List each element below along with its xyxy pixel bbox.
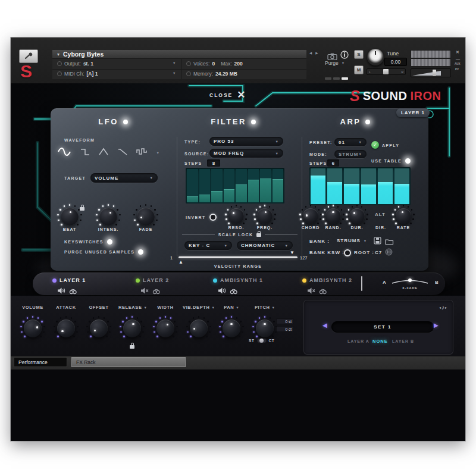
release-lock-icon[interactable] bbox=[130, 345, 134, 349]
pitch-knob-label[interactable]: PITCH▼ bbox=[248, 305, 281, 310]
scale-lock-icon[interactable] bbox=[256, 233, 261, 237]
rack-close-icon[interactable]: ✕ bbox=[456, 50, 459, 54]
bottom-pan-knob[interactable] bbox=[223, 320, 240, 337]
midi-note-drag-icon[interactable]: ◂♪▸ bbox=[439, 304, 447, 311]
preset-dropdown[interactable]: 01▼ bbox=[334, 138, 367, 146]
invert-toggle[interactable]: INVERT bbox=[186, 214, 217, 221]
mute-button[interactable]: M bbox=[354, 65, 364, 74]
tab-layer-1[interactable]: LAYER 1 bbox=[60, 277, 86, 283]
graph-step[interactable] bbox=[236, 169, 247, 202]
ambisynth1-speaker-icon[interactable] bbox=[218, 286, 226, 296]
attack-knob[interactable] bbox=[57, 320, 75, 337]
tab-ambisynth-2[interactable]: AMBISYNTH 2 bbox=[309, 277, 352, 283]
volume-slider[interactable] bbox=[411, 68, 451, 77]
target-dropdown[interactable]: VOLUME▼ bbox=[90, 173, 158, 183]
st-ct-switch[interactable]: ST CT bbox=[249, 338, 274, 343]
rate-knob[interactable] bbox=[396, 208, 411, 224]
set-display[interactable]: SET 1 bbox=[331, 321, 434, 333]
graph-step[interactable] bbox=[187, 169, 198, 202]
graph-step[interactable] bbox=[224, 169, 235, 202]
beat-knob[interactable] bbox=[61, 208, 79, 226]
solo-button[interactable]: S bbox=[354, 50, 364, 59]
pv-button[interactable]: PV bbox=[455, 68, 459, 71]
aux-button[interactable]: AUX bbox=[455, 63, 461, 66]
vibdepth-knob[interactable] bbox=[190, 320, 208, 337]
bottom-volume-knob[interactable] bbox=[24, 320, 42, 337]
square-wave-icon[interactable] bbox=[80, 147, 90, 159]
velocity-min-handle[interactable]: ▲ bbox=[178, 260, 183, 265]
direction-value[interactable]: ALT bbox=[375, 212, 386, 217]
keyswitches-toggle[interactable]: KEYSWITCHES bbox=[64, 239, 112, 245]
st-ct-toggle-track[interactable] bbox=[257, 338, 267, 343]
apply-label[interactable]: APPLY bbox=[382, 143, 399, 148]
pitch-cent-value[interactable]: 0 ct bbox=[276, 326, 294, 332]
apply-check-icon[interactable]: ✓ bbox=[371, 141, 379, 149]
layer-b-assign[interactable]: LAYER B bbox=[392, 339, 414, 343]
graph-step[interactable] bbox=[211, 169, 223, 202]
filter-steps-value[interactable]: 8 bbox=[207, 159, 220, 167]
filter-power-dot[interactable] bbox=[251, 120, 256, 124]
graph-step[interactable] bbox=[248, 169, 259, 202]
layer1-speaker-icon[interactable] bbox=[58, 286, 65, 296]
tab-performance[interactable]: Performance bbox=[14, 357, 67, 367]
bank-save-icon[interactable] bbox=[374, 236, 381, 247]
bank-load-folder-icon[interactable] bbox=[385, 237, 394, 248]
purge-unused-toggle[interactable]: PURGE UNUSED SAMPLES bbox=[64, 249, 143, 255]
release-knob-label[interactable]: RELEASE▼ bbox=[114, 305, 151, 310]
freq-knob[interactable] bbox=[257, 208, 273, 224]
graph-step[interactable] bbox=[260, 169, 271, 202]
layer2-speaker-muted-icon[interactable] bbox=[141, 286, 149, 296]
arp-steps-value[interactable]: 6 bbox=[327, 159, 339, 167]
rack-minimize-icon[interactable]: — bbox=[456, 57, 460, 61]
keyswitches-dot[interactable] bbox=[107, 239, 112, 245]
release-knob[interactable] bbox=[123, 320, 141, 337]
random-wave-icon[interactable] bbox=[136, 147, 148, 159]
saw-wave-icon[interactable] bbox=[117, 147, 128, 159]
close-panel-button[interactable]: CLOSE ✕ bbox=[209, 89, 246, 101]
nav-forward-icon[interactable]: ▶ bbox=[315, 51, 318, 55]
lfo-power-dot[interactable] bbox=[123, 120, 128, 124]
nav-back-icon[interactable]: ◀ bbox=[309, 51, 312, 55]
output-dropdown-arrow[interactable]: ▼ bbox=[173, 61, 176, 65]
duration-knob[interactable] bbox=[349, 208, 365, 224]
pitch-knob[interactable] bbox=[256, 320, 274, 337]
bank-dropdown[interactable]: STRUMS▼ bbox=[337, 238, 367, 243]
pan-knob-label[interactable]: PAN▼ bbox=[215, 305, 248, 310]
triangle-wave-icon[interactable] bbox=[98, 147, 109, 159]
purge-unused-dot[interactable] bbox=[138, 249, 143, 255]
nav-arrows[interactable]: ◀ ▶ bbox=[309, 51, 318, 55]
filter-step-graph[interactable] bbox=[186, 168, 284, 203]
st-ct-toggle-knob[interactable] bbox=[259, 339, 264, 343]
graph-step[interactable] bbox=[311, 168, 325, 204]
width-knob[interactable] bbox=[156, 320, 174, 337]
pan-handle[interactable] bbox=[383, 69, 389, 74]
graph-step[interactable] bbox=[273, 169, 284, 202]
graph-step[interactable] bbox=[327, 168, 342, 204]
tab-layer-2[interactable]: LAYER 2 bbox=[143, 277, 169, 283]
arp-velocity-table[interactable] bbox=[309, 167, 411, 205]
intensity-knob[interactable] bbox=[99, 208, 117, 226]
none-assign[interactable]: NONE bbox=[372, 339, 388, 344]
arp-power-dot[interactable] bbox=[365, 120, 370, 124]
volume-handle[interactable] bbox=[433, 70, 436, 76]
reso-knob[interactable] bbox=[228, 208, 244, 224]
midi-row[interactable]: MIDI Ch:[A] 1 bbox=[57, 71, 98, 77]
mode-dropdown[interactable]: STRUM▼ bbox=[334, 150, 367, 158]
graph-step[interactable] bbox=[199, 169, 211, 202]
velocity-max-handle[interactable]: ▼ bbox=[290, 250, 295, 255]
key-dropdown[interactable]: KEY - C▼ bbox=[184, 241, 232, 250]
sine-wave-icon[interactable] bbox=[57, 147, 71, 159]
midi-dropdown-arrow[interactable]: ▼ bbox=[173, 71, 176, 75]
graph-step[interactable] bbox=[378, 168, 393, 204]
use-table-toggle[interactable]: USE TABLE bbox=[371, 158, 411, 164]
graph-step[interactable] bbox=[394, 168, 409, 204]
set-next-arrow[interactable]: ▶ bbox=[434, 322, 439, 328]
layer-a-assign[interactable]: LAYER A bbox=[347, 339, 369, 343]
graph-step[interactable] bbox=[344, 168, 359, 204]
invert-ring[interactable] bbox=[209, 214, 217, 221]
purge-menu[interactable]: Purge ▼ bbox=[325, 60, 345, 66]
chord-knob[interactable] bbox=[303, 208, 318, 224]
vibdepth-knob-label[interactable]: VIB.DEPTH▼ bbox=[178, 305, 219, 310]
root-keyboard-icon[interactable] bbox=[385, 248, 393, 258]
tab-ambisynth-1[interactable]: AMBISYNTH 1 bbox=[220, 277, 263, 283]
